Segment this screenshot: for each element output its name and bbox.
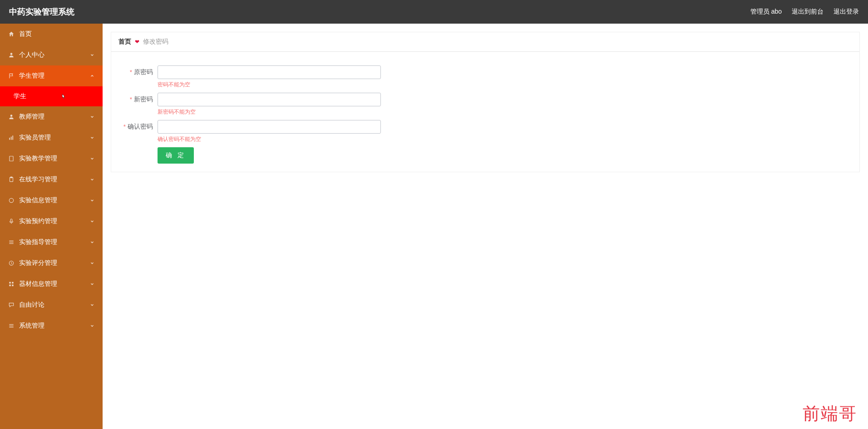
- svg-rect-13: [9, 284, 11, 286]
- chevron-down-icon: [90, 219, 94, 224]
- sidebar-item-label: 实验指导管理: [19, 238, 57, 246]
- heart-icon: ❤: [135, 39, 139, 45]
- header-user-label[interactable]: 管理员 abo: [750, 8, 782, 16]
- confirm-password-input[interactable]: [158, 120, 381, 134]
- chevron-down-icon: [90, 282, 94, 286]
- form-label-new-password: *新密码: [118, 93, 153, 104]
- app-title: 中药实验管理系统: [9, 6, 74, 17]
- form-label-old-password: *原密码: [118, 65, 153, 76]
- sidebar-item-online-study-mgmt[interactable]: 在线学习管理: [0, 169, 103, 190]
- sidebar-item-label: 实验员管理: [19, 134, 51, 142]
- clipboard-icon: [8, 176, 15, 183]
- grid-icon: [8, 281, 15, 287]
- header: 中药实验管理系统 管理员 abo 退出到前台 退出登录: [0, 0, 868, 24]
- form-error-new-password: 新密码不能为空: [158, 108, 381, 115]
- sidebar-item-label: 实验信息管理: [19, 196, 57, 205]
- sidebar-item-label: 自由讨论: [19, 301, 44, 309]
- sidebar-sub-student[interactable]: 学生: [0, 86, 103, 106]
- sidebar-item-student-mgmt[interactable]: 学生管理: [0, 65, 103, 86]
- form-row-confirm-password: *确认密码 确认密码不能为空: [118, 120, 853, 145]
- sidebar-item-label: 教师管理: [19, 113, 44, 121]
- form-row-old-password: *原密码 密码不能为空: [118, 65, 853, 91]
- form-error-confirm-password: 确认密码不能为空: [158, 135, 381, 143]
- old-password-input[interactable]: [158, 65, 381, 79]
- doc-icon: [8, 155, 15, 162]
- sidebar-item-label: 学生管理: [19, 72, 44, 80]
- header-right: 管理员 abo 退出到前台 退出登录: [750, 8, 859, 16]
- chevron-down-icon: [90, 324, 94, 328]
- pointer-cursor-icon: [60, 93, 66, 101]
- sidebar-sub-label: 学生: [14, 92, 26, 100]
- svg-point-8: [9, 198, 13, 202]
- clock-icon: [8, 260, 15, 266]
- chevron-down-icon: [90, 303, 94, 307]
- sidebar-item-lab-info-mgmt[interactable]: 实验信息管理: [0, 190, 103, 211]
- confirm-button[interactable]: 确 定: [158, 147, 194, 164]
- svg-rect-3: [11, 137, 12, 140]
- sidebar-item-lab-score-mgmt[interactable]: 实验评分管理: [0, 253, 103, 274]
- list-icon: [8, 239, 15, 245]
- svg-rect-12: [12, 282, 14, 284]
- svg-rect-11: [9, 282, 11, 284]
- chevron-down-icon: [90, 198, 94, 203]
- svg-rect-5: [10, 156, 13, 161]
- chevron-down-icon: [90, 156, 94, 161]
- svg-rect-4: [12, 135, 13, 140]
- header-logout[interactable]: 退出登录: [833, 8, 859, 16]
- svg-rect-2: [9, 138, 10, 140]
- form-change-password: *原密码 密码不能为空 *新密码 新密码不能为空: [111, 52, 859, 172]
- form-buttons: 确 定: [158, 147, 853, 164]
- new-password-input[interactable]: [158, 93, 381, 106]
- sidebar-item-label: 器材信息管理: [19, 280, 57, 288]
- svg-rect-9: [10, 219, 12, 222]
- bars-icon: [8, 135, 15, 141]
- circle-icon: [8, 197, 15, 204]
- sidebar-item-label: 实验预约管理: [19, 217, 57, 225]
- sidebar-item-label: 首页: [19, 30, 32, 38]
- sidebar-item-label: 系统管理: [19, 322, 44, 330]
- container: 首页 个人中心 学生管理: [0, 24, 868, 429]
- sidebar-item-lab-booking-mgmt[interactable]: 实验预约管理: [0, 211, 103, 232]
- chevron-down-icon: [90, 240, 94, 244]
- sidebar-item-equipment-mgmt[interactable]: 器材信息管理: [0, 274, 103, 294]
- sidebar-item-personal[interactable]: 个人中心: [0, 45, 103, 65]
- chevron-down-icon: [90, 177, 94, 182]
- header-exit-front[interactable]: 退出到前台: [792, 8, 824, 16]
- svg-point-1: [10, 115, 13, 117]
- chevron-down-icon: [90, 135, 94, 140]
- form-label-confirm-password: *确认密码: [118, 120, 153, 131]
- main-content: 首页 ❤ 修改密码 *原密码 密码不能为空 *新密码: [103, 24, 868, 429]
- chevron-down-icon: [90, 115, 94, 119]
- sidebar-item-label: 实验教学管理: [19, 155, 57, 163]
- sidebar-item-label: 个人中心: [19, 51, 44, 59]
- sidebar: 首页 个人中心 学生管理: [0, 24, 103, 429]
- chevron-down-icon: [90, 53, 94, 57]
- sidebar-item-home[interactable]: 首页: [0, 24, 103, 45]
- sidebar-item-lab-guide-mgmt[interactable]: 实验指导管理: [0, 232, 103, 253]
- user-icon: [8, 114, 15, 120]
- sidebar-item-free-discuss[interactable]: 自由讨论: [0, 294, 103, 315]
- chevron-down-icon: [90, 261, 94, 265]
- svg-rect-14: [12, 284, 14, 286]
- breadcrumb-current: 修改密码: [143, 38, 168, 46]
- panel: 首页 ❤ 修改密码 *原密码 密码不能为空 *新密码: [111, 32, 860, 172]
- sidebar-item-lab-staff-mgmt[interactable]: 实验员管理: [0, 127, 103, 148]
- form-error-old-password: 密码不能为空: [158, 81, 381, 88]
- sidebar-item-lab-teaching-mgmt[interactable]: 实验教学管理: [0, 148, 103, 169]
- house-icon: [8, 31, 15, 37]
- breadcrumb: 首页 ❤ 修改密码: [111, 32, 859, 52]
- chevron-up-icon: [90, 74, 94, 78]
- breadcrumb-home[interactable]: 首页: [118, 38, 131, 46]
- flag-icon: [8, 73, 15, 79]
- sidebar-item-label: 实验评分管理: [19, 259, 57, 267]
- chat-icon: [8, 302, 15, 308]
- sidebar-item-label: 在线学习管理: [19, 175, 57, 184]
- list-icon: [8, 323, 15, 329]
- svg-point-0: [10, 53, 13, 55]
- form-row-new-password: *新密码 新密码不能为空: [118, 93, 853, 118]
- sidebar-item-system-mgmt[interactable]: 系统管理: [0, 315, 103, 336]
- mic-icon: [8, 218, 15, 224]
- sidebar-item-teacher-mgmt[interactable]: 教师管理: [0, 106, 103, 127]
- user-icon: [8, 52, 15, 58]
